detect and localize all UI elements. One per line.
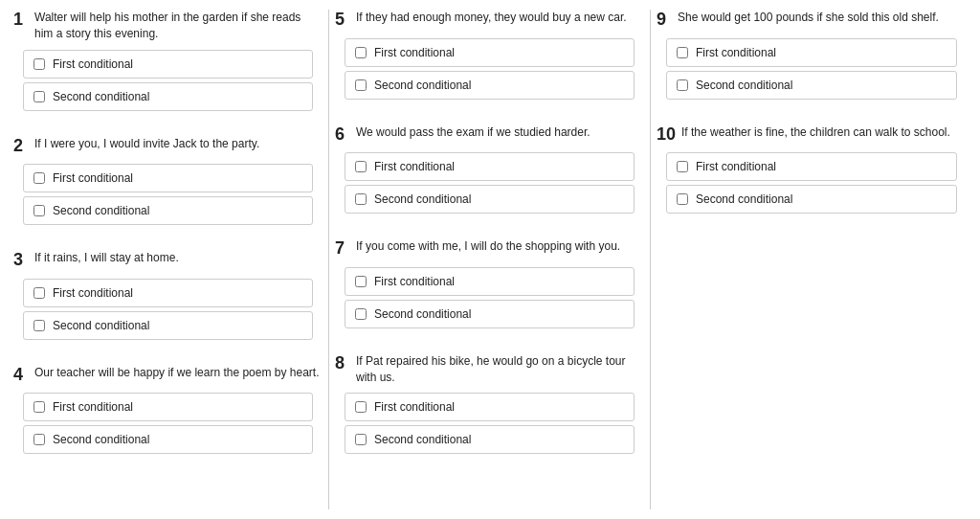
option-box-1-second[interactable]: Second conditional: [23, 82, 313, 111]
checkbox-3-first[interactable]: [33, 287, 45, 299]
checkbox-7-second[interactable]: [355, 308, 367, 320]
question-header-6: 6 We would pass the exam if we studied h…: [335, 124, 644, 146]
option-box-4-first[interactable]: First conditional: [23, 393, 313, 421]
option-label-5-first: First conditional: [374, 46, 455, 59]
option-box-6-first[interactable]: First conditional: [345, 152, 635, 181]
option-label-1-first: First conditional: [53, 57, 133, 71]
checkbox-5-second[interactable]: [355, 79, 367, 91]
question-text-2: If I were you, I would invite Jack to th…: [34, 136, 323, 152]
column-2: 5 If they had enough money, they would b…: [329, 10, 651, 509]
question-block-1: 1 Walter will help his mother in the gar…: [13, 10, 323, 123]
option-box-6-second[interactable]: Second conditional: [345, 185, 635, 214]
checkbox-9-second[interactable]: [677, 79, 688, 91]
checkbox-2-second[interactable]: [33, 205, 45, 216]
question-block-10: 10 If the weather is fine, the children …: [657, 124, 967, 226]
question-header-9: 9 She would get 100 pounds if she sold t…: [657, 10, 967, 31]
option-label-10-first: First conditional: [696, 160, 776, 173]
checkbox-7-first[interactable]: [355, 276, 367, 287]
option-label-9-second: Second conditional: [696, 79, 792, 92]
question-header-5: 5 If they had enough money, they would b…: [335, 10, 644, 31]
option-label-4-first: First conditional: [53, 400, 133, 414]
option-label-2-first: First conditional: [53, 171, 133, 185]
option-box-2-first[interactable]: First conditional: [23, 164, 313, 192]
question-text-5: If they had enough money, they would buy…: [356, 10, 644, 26]
option-label-8-first: First conditional: [374, 400, 455, 414]
option-box-3-second[interactable]: Second conditional: [23, 311, 313, 340]
question-number-1: 1: [13, 10, 29, 31]
option-label-9-first: First conditional: [696, 46, 776, 59]
option-box-8-first[interactable]: First conditional: [345, 393, 635, 421]
option-box-7-first[interactable]: First conditional: [345, 267, 635, 296]
checkbox-8-first[interactable]: [355, 401, 367, 413]
option-box-3-first[interactable]: First conditional: [23, 279, 313, 307]
option-label-7-first: First conditional: [374, 275, 455, 288]
option-box-1-first[interactable]: First conditional: [23, 50, 313, 79]
question-text-6: We would pass the exam if we studied har…: [356, 124, 644, 141]
question-number-4: 4: [13, 365, 29, 386]
option-label-2-second: Second conditional: [53, 204, 149, 217]
question-number-7: 7: [335, 238, 350, 260]
question-block-9: 9 She would get 100 pounds if she sold t…: [657, 10, 967, 111]
checkbox-4-second[interactable]: [33, 434, 45, 445]
checkbox-6-first[interactable]: [355, 161, 367, 172]
question-header-10: 10 If the weather is fine, the children …: [657, 124, 967, 146]
question-block-3: 3 If it rains, I will stay at home. Firs…: [13, 250, 323, 351]
option-box-9-second[interactable]: Second conditional: [666, 71, 957, 100]
question-text-8: If Pat repaired his bike, he would go on…: [356, 353, 644, 386]
question-number-8: 8: [335, 353, 350, 374]
page: 1 Walter will help his mother in the gar…: [0, 0, 980, 519]
checkbox-4-first[interactable]: [33, 401, 45, 413]
checkbox-1-first[interactable]: [33, 58, 45, 70]
question-number-9: 9: [657, 10, 672, 31]
checkbox-3-second[interactable]: [33, 320, 45, 331]
question-header-1: 1 Walter will help his mother in the gar…: [13, 10, 323, 42]
checkbox-9-first[interactable]: [677, 47, 688, 58]
checkbox-10-first[interactable]: [677, 161, 688, 172]
checkbox-5-first[interactable]: [355, 47, 367, 58]
question-block-8: 8 If Pat repaired his bike, he would go …: [335, 353, 644, 466]
question-text-3: If it rains, I will stay at home.: [34, 250, 323, 266]
option-box-9-first[interactable]: First conditional: [666, 38, 957, 67]
question-number-2: 2: [13, 136, 29, 157]
column-1: 1 Walter will help his mother in the gar…: [8, 10, 329, 509]
question-block-4: 4 Our teacher will be happy if we learn …: [13, 365, 323, 466]
question-block-6: 6 We would pass the exam if we studied h…: [335, 124, 644, 226]
question-block-2: 2 If I were you, I would invite Jack to …: [13, 136, 323, 237]
option-label-3-first: First conditional: [53, 286, 133, 300]
question-header-3: 3 If it rains, I will stay at home.: [13, 250, 323, 271]
question-text-7: If you come with me, I will do the shopp…: [356, 238, 644, 255]
option-label-6-first: First conditional: [374, 160, 455, 173]
checkbox-1-second[interactable]: [33, 91, 45, 102]
question-number-5: 5: [335, 10, 350, 31]
option-label-3-second: Second conditional: [53, 319, 149, 332]
option-label-1-second: Second conditional: [53, 90, 149, 103]
question-text-4: Our teacher will be happy if we learn th…: [34, 365, 323, 381]
checkbox-6-second[interactable]: [355, 193, 367, 205]
column-3: 9 She would get 100 pounds if she sold t…: [651, 10, 972, 509]
question-number-3: 3: [13, 250, 29, 271]
option-box-4-second[interactable]: Second conditional: [23, 425, 313, 454]
question-text-10: If the weather is fine, the children can…: [681, 124, 967, 141]
question-text-1: Walter will help his mother in the garde…: [34, 10, 323, 42]
option-box-10-first[interactable]: First conditional: [666, 152, 957, 181]
checkbox-10-second[interactable]: [677, 193, 688, 205]
question-number-6: 6: [335, 124, 350, 146]
checkbox-2-first[interactable]: [33, 172, 45, 184]
question-header-4: 4 Our teacher will be happy if we learn …: [13, 365, 323, 386]
question-block-7: 7 If you come with me, I will do the sho…: [335, 238, 644, 340]
option-box-5-second[interactable]: Second conditional: [345, 71, 635, 100]
option-box-5-first[interactable]: First conditional: [345, 38, 635, 67]
question-block-5: 5 If they had enough money, they would b…: [335, 10, 644, 111]
option-label-8-second: Second conditional: [374, 433, 471, 446]
option-box-2-second[interactable]: Second conditional: [23, 196, 313, 225]
option-box-10-second[interactable]: Second conditional: [666, 185, 957, 214]
question-number-10: 10: [657, 124, 676, 146]
option-label-4-second: Second conditional: [53, 433, 149, 446]
option-label-10-second: Second conditional: [696, 192, 792, 206]
question-header-8: 8 If Pat repaired his bike, he would go …: [335, 353, 644, 386]
question-header-7: 7 If you come with me, I will do the sho…: [335, 238, 644, 260]
checkbox-8-second[interactable]: [355, 434, 367, 445]
question-text-9: She would get 100 pounds if she sold thi…: [678, 10, 967, 26]
option-box-7-second[interactable]: Second conditional: [345, 300, 635, 328]
option-box-8-second[interactable]: Second conditional: [345, 425, 635, 454]
